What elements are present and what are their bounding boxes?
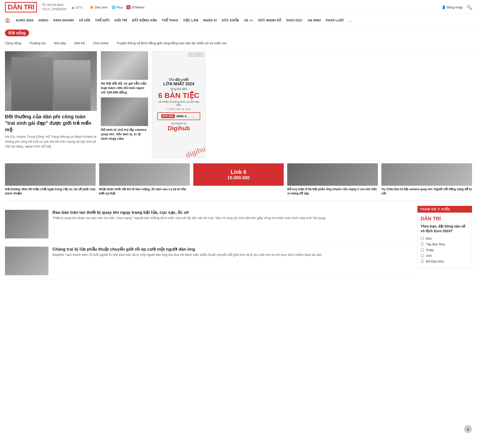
nav-bat-dong-san[interactable]: BẤT ĐỘNG SẢN <box>129 17 159 23</box>
user-icon: 👤 <box>442 5 446 9</box>
location-info: TP. Hồ Chí Minh Thứ 5, 27/06/2024 <box>42 3 67 11</box>
nav-kinh-doanh[interactable]: KINH DOANH <box>51 17 77 23</box>
article-card-1: Hà Nội đắt đỏ, cô gái vẫn nấu loạt mâm c… <box>101 51 148 95</box>
nav-an-sinh[interactable]: AN SINH <box>305 17 323 23</box>
subnav-thuong-luu[interactable]: Thượng lưu <box>25 40 50 46</box>
list-content-1: Rao bán tràn lan thiết bị quay lén ngụy … <box>52 210 412 238</box>
login-button[interactable]: 👤 Đăng nhập <box>442 5 463 9</box>
dtinews-link[interactable]: D DTiNews <box>126 5 144 9</box>
link6-amount: 15.000.000 <box>227 175 250 180</box>
small-title-2[interactable]: Nhặt được khởi sắt khi đi làm ruộng, 20 … <box>99 187 190 196</box>
home-icon[interactable]: 🏠 <box>5 18 10 23</box>
advertisement: DX CENTER Ưu đãi cưới LỚN NHẤT 2024 tặng… <box>152 51 205 158</box>
article-title-2[interactable]: Nữ sinh bị chủ trọ lắp camera quay lén: … <box>101 128 148 141</box>
poll-option-3[interactable]: Pháp <box>421 248 469 252</box>
poll-radio-4[interactable] <box>421 254 424 257</box>
nav-suc-khoe[interactable]: SỨC KHỎE <box>219 17 241 23</box>
poll-option-2[interactable]: Tây Ban Nha <box>421 242 469 246</box>
divider <box>5 201 472 201</box>
nav-the-gioi[interactable]: THẾ GIỚI <box>92 17 112 23</box>
small-title-3[interactable]: Bổ suy thận ở Hà Nội phản ứng nhanh cứu … <box>287 187 378 196</box>
hotline-label: HOTLINE: <box>161 114 175 118</box>
subnav-cho-online[interactable]: Chợ online <box>89 40 113 46</box>
poll-section: THĂM DÒ Ý KIẾN DÂN TRÍ Theo bạn, đội bón… <box>417 206 472 279</box>
poll-title-bar: THĂM DÒ Ý KIẾN <box>417 206 472 213</box>
ad-badge: DX CENTER <box>188 53 204 56</box>
dan-sinh-link[interactable]: 🔥 Dân sinh <box>90 5 107 9</box>
nav-xa-hoi[interactable]: XÃ HỘI <box>77 17 93 23</box>
subnav-gioi-tre[interactable]: Giới trẻ <box>70 40 89 46</box>
weather-info: ☁ 32°C <box>71 5 83 9</box>
cloud-icon: ☁ <box>71 5 75 9</box>
small-image-1 <box>5 163 96 186</box>
flame-icon: 🔥 <box>90 5 94 9</box>
small-image-2 <box>99 163 190 186</box>
top-bar: DÂN TRÍ TP. Hồ Chí Minh Thứ 5, 27/06/202… <box>0 0 477 15</box>
subnav-cong-dong[interactable]: Cộng đồng <box>5 40 25 46</box>
poll-radio-5[interactable] <box>421 260 424 263</box>
small-title-1[interactable]: Hải Dương: Mèo 80 triệu chết ngạt trong … <box>5 187 96 196</box>
article-card-2: Nữ sinh bị chủ trọ lắp camera quay lén: … <box>101 97 148 141</box>
nav-suc-manh-so[interactable]: SỨC MẠNH SỐ <box>256 17 284 23</box>
small-image-3 <box>287 163 378 186</box>
list-title-1[interactable]: Rao bán tràn lan thiết bị quay lén ngụy … <box>52 210 189 215</box>
subnav-nha-dep[interactable]: Nhà đẹp <box>50 40 70 46</box>
list-thumb-1 <box>5 210 48 238</box>
list-thumb-2 <box>5 247 48 275</box>
nav-giao-duc[interactable]: GIÁO DỤC <box>284 17 305 23</box>
small-card-2: Nhặt được khởi sắt khi đi làm ruộng, 20 … <box>99 163 190 196</box>
featured-image <box>5 51 97 111</box>
section-label: Đời sống <box>0 26 477 39</box>
top-links: 🔥 Dân sinh 🌐 Fica D DTiNews <box>90 5 144 9</box>
small-title-4[interactable]: Vụ Châu Bùi bị đặt camera quay lén: Ngườ… <box>381 187 472 196</box>
main-nav: 🏠 EURO 2024 VIDEO KINH DOANH XÃ HỘI THẾ … <box>0 15 477 26</box>
list-item-2: Chàng trai bị lừa phẫu thuật chuyển giới… <box>5 243 412 279</box>
list-title-2[interactable]: Chàng trai bị lừa phẫu thuật chuyển giới… <box>52 247 195 252</box>
small-image-link6[interactable]: Link 6 15.000.000 <box>193 163 284 186</box>
nav-euro2024[interactable]: EURO 2024 <box>13 17 36 23</box>
poll-option-4[interactable]: Anh <box>421 254 469 258</box>
poll-question: Theo bạn, đội bóng nào sẽ vô địch Euro 2… <box>421 224 469 234</box>
list-item-1: Rao bán tràn lan thiết bị quay lén ngụy … <box>5 206 412 243</box>
ad-small: và nhiều chương trình ưu đãi hấp dẫn <box>157 100 200 107</box>
poll-radio-3[interactable] <box>421 248 424 252</box>
fica-link[interactable]: 🌐 Fica <box>112 5 123 9</box>
featured-title[interactable]: Đời thường của dàn phi công toàn "trai x… <box>5 113 97 133</box>
nav-the-thao[interactable]: THỂ THAO <box>159 17 181 23</box>
poll-radio-1[interactable] <box>421 237 424 240</box>
sub-nav: Cộng đồng Thượng lưu Nhà đẹp Giới trẻ Ch… <box>0 39 477 49</box>
nav-more-button[interactable]: ... <box>347 17 353 24</box>
top-right: 👤 Đăng nhập 🔍 <box>442 4 472 10</box>
content-area: Đời thường của dàn phi công toàn "trai x… <box>0 49 477 161</box>
article-title-1[interactable]: Hà Nội đắt đỏ, cô gái vẫn nấu loạt mâm c… <box>101 81 148 95</box>
featured-article: Đời thường của dàn phi công toàn "trai x… <box>5 51 97 158</box>
ad-line2: LỚN NHẤT 2024 <box>157 82 200 86</box>
bottom-section: Rao bán tràn lan thiết bị quay lén ngụy … <box>0 203 477 282</box>
poll-option-5[interactable]: Bồ Đào Nha <box>421 260 469 263</box>
poll-option-1[interactable]: Đức <box>421 237 469 240</box>
nav-giai-tri[interactable]: GIẢI TRÍ <box>112 17 130 23</box>
digihub-overlay: digihub <box>184 143 205 158</box>
ad-note: (*) Điều kiện áp dụng <box>157 108 200 110</box>
article-image-1 <box>101 51 148 80</box>
small-card-1: Hải Dương: Mèo 80 triệu chết ngạt trong … <box>5 163 96 196</box>
poll-radio-2[interactable] <box>421 242 424 246</box>
d-icon: D <box>126 5 130 9</box>
small-card-3: Bổ suy thận ở Hà Nội phản ứng nhanh cứu … <box>287 163 378 196</box>
nav-xe[interactable]: XE ++ <box>242 17 256 23</box>
nav-phap-luat[interactable]: PHÁP LUẬT <box>323 17 347 23</box>
small-cards-row: Hải Dương: Mèo 80 triệu chết ngạt trong … <box>0 161 477 198</box>
poll-logo: DÂN TRÍ <box>421 216 469 222</box>
small-image-4 <box>381 163 472 186</box>
brand-logo: Digihub <box>157 125 200 132</box>
list-articles: Rao bán tràn lan thiết bị quay lén ngụy … <box>5 206 412 279</box>
search-button[interactable]: 🔍 <box>467 4 472 10</box>
list-content-2: Chàng trai bị lừa phẫu thuật chuyển giới… <box>52 247 412 275</box>
nav-video[interactable]: VIDEO <box>36 17 51 23</box>
subnav-binh-dang-gioi[interactable]: Truyện thông về Bình đẳng giới vùng đồng… <box>113 40 230 46</box>
small-card-4: Vụ Châu Bùi bị đặt camera quay lén: Ngườ… <box>381 163 472 196</box>
nav-nhan-ai[interactable]: NHÂN ÁI <box>201 17 219 23</box>
featured-description: Hà Còi, Huỳnh Trung Dũng, Hồ Trang Nhung… <box>5 134 97 149</box>
nav-viec-lam[interactable]: VIỆC LÀM <box>181 17 201 23</box>
poll-box: DÂN TRÍ Theo bạn, đội bóng nào sẽ vô địc… <box>417 213 472 269</box>
